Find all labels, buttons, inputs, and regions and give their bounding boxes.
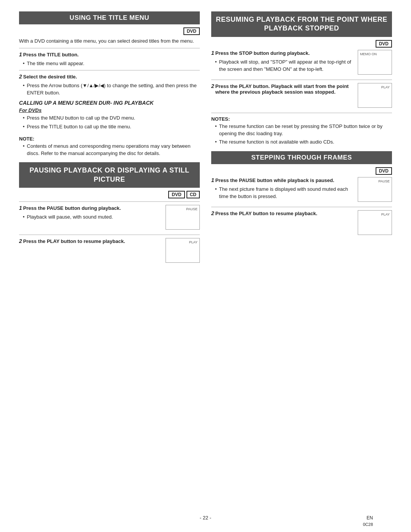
resume-step1-num: 1: [211, 50, 214, 56]
resume-dvd-badge: DVD: [376, 40, 392, 48]
footer-code: 0C28: [363, 522, 373, 527]
page: USING THE TITLE MENU DVD With a DVD cont…: [0, 0, 411, 532]
title-menu-intro: With a DVD containing a title menu, you …: [19, 37, 200, 45]
stepping-step1-bullet: The next picture frame is displayed with…: [215, 186, 354, 200]
stepping-step2-heading: Press the PLAY button to resume playback…: [215, 211, 317, 216]
stepping-step1-heading: Press the PAUSE button while playback is…: [215, 177, 335, 183]
stepping-step1: PAUSE 1 Press the PAUSE button while pla…: [211, 177, 392, 204]
play-screen-label: PLAY: [189, 240, 198, 244]
resuming-playback-header: RESUMING PLAYBACK FROM THE POINT WHERE P…: [211, 11, 392, 37]
calling-bullet-2: Press the TITLE button to call up the ti…: [23, 123, 200, 131]
resume-step1-heading: Press the STOP button during playback.: [215, 50, 310, 56]
pause-step1-heading: Press the PAUSE button during playback.: [23, 205, 121, 211]
pause-screen-box: PAUSE: [166, 205, 200, 230]
pause-step2-heading: Press the PLAY button to resume playback…: [23, 238, 125, 244]
resume-step2-num: 2: [211, 83, 214, 89]
footer-lang: EN: [366, 515, 373, 521]
calling-up-menu-section: CALLING UP A MENU SCREEN DUR- ING PLAYBA…: [19, 100, 200, 131]
resume-notes-section: NOTES: The resume function can be reset …: [211, 116, 392, 146]
stepping-play-label: PLAY: [381, 212, 390, 216]
pause-step1-bullet: Playback will pause, with sound muted.: [23, 214, 162, 221]
left-column: USING THE TITLE MENU DVD With a DVD cont…: [19, 11, 200, 270]
stepping-step2-num: 2: [211, 210, 214, 216]
pause-step2-num: 2: [19, 238, 22, 244]
title-menu-step2: 2 Select the desired title. Press the Ar…: [19, 73, 200, 97]
stepping-frames-section: STEPPING THROUGH FRAMES DVD PAUSE 1 Pres…: [211, 151, 392, 237]
title-menu-step1: 1 Press the TITLE button. The title menu…: [19, 51, 200, 67]
step2-heading: Select the desired title.: [23, 74, 77, 80]
note-heading: NOTE:: [19, 136, 200, 142]
page-number: - 22 -: [200, 515, 211, 521]
dvd-badge: DVD: [183, 27, 200, 35]
right-column: RESUMING PLAYBACK FROM THE POINT WHERE P…: [211, 11, 392, 270]
pause-badge-row: DVD CD: [19, 191, 200, 198]
divider: [19, 70, 200, 70]
resume-step1-bullet: Playback will stop, and "STOP" will appe…: [215, 59, 354, 73]
using-title-menu-header: USING THE TITLE MENU: [19, 11, 200, 24]
using-title-menu-section: USING THE TITLE MENU DVD With a DVD cont…: [19, 11, 200, 157]
resuming-playback-section: RESUMING PLAYBACK FROM THE POINT WHERE P…: [211, 11, 392, 146]
stepping-pause-screen-box: PAUSE: [358, 177, 392, 202]
pause-step1: PAUSE 1 Press the PAUSE button during pl…: [19, 205, 200, 232]
stepping-badge-row: DVD: [211, 167, 392, 175]
calling-bullet-1: Press the MENU button to call up the DVD…: [23, 115, 200, 122]
lang-label: EN: [366, 515, 373, 521]
notes-heading: NOTES:: [211, 116, 392, 122]
note-bullet-1: Contents of menus and corresponding menu…: [23, 143, 200, 157]
stepping-frames-header: STEPPING THROUGH FRAMES: [211, 151, 392, 164]
step2-num: 2: [19, 73, 22, 80]
stepping-step1-num: 1: [211, 177, 214, 183]
dvd-badge-row: DVD: [19, 27, 200, 35]
page-code: 0C28: [363, 522, 373, 527]
pausing-playback-section: PAUSING PLAYBACK OR DISPLAYING A STILL P…: [19, 162, 200, 265]
divider: [211, 113, 392, 113]
step1-heading: Press the TITLE button.: [23, 52, 79, 58]
stepping-dvd-badge: DVD: [376, 167, 392, 175]
two-column-layout: USING THE TITLE MENU DVD With a DVD cont…: [19, 11, 392, 270]
notes-bullet-1: The resume function can be reset by pres…: [215, 123, 392, 137]
play-screen-box: PLAY: [166, 238, 200, 263]
pause-screen-label: PAUSE: [186, 207, 198, 211]
calling-up-heading: CALLING UP A MENU SCREEN DUR- ING PLAYBA…: [19, 100, 200, 106]
divider: [19, 235, 200, 235]
pausing-playback-header: PAUSING PLAYBACK OR DISPLAYING A STILL P…: [19, 162, 200, 188]
for-dvds-heading: For DVDs: [19, 107, 200, 113]
step1-bullet: The title menu will appear.: [23, 60, 200, 67]
stepping-pause-label: PAUSE: [378, 179, 390, 183]
divider: [19, 201, 200, 202]
memo-on-label: MEMO ON: [360, 52, 377, 56]
footer: - 22 -: [0, 515, 411, 521]
divider: [211, 207, 392, 207]
memo-screen-box: MEMO ON: [358, 50, 392, 75]
step2-bullet: Press the Arrow buttons (▼/▲/▶/◀) to cha…: [23, 82, 200, 97]
resume-play-label: PLAY: [381, 85, 390, 89]
resume-badge-row: DVD: [211, 40, 392, 48]
resume-step2: PLAY 2 Press the PLAY button. Playback w…: [211, 83, 392, 110]
stepping-step2: PLAY 2 Press the PLAY button to resume p…: [211, 210, 392, 237]
pause-step1-num: 1: [19, 205, 22, 211]
dvd-badge: DVD: [168, 191, 185, 198]
step1-num: 1: [19, 51, 22, 58]
resume-step1: MEMO ON 1 Press the STOP button during p…: [211, 50, 392, 77]
notes-bullet-2: The resume function is not available wit…: [215, 139, 392, 146]
divider: [19, 48, 200, 48]
resume-step2-heading: Press the PLAY button. Playback will sta…: [215, 83, 354, 95]
stepping-play-screen-box: PLAY: [358, 210, 392, 235]
note-section: NOTE: Contents of menus and correspondin…: [19, 136, 200, 157]
resume-play-screen-box: PLAY: [358, 83, 392, 108]
pause-step2: PLAY 2 Press the PLAY button to resume p…: [19, 238, 200, 265]
cd-badge: CD: [186, 191, 200, 198]
divider: [211, 80, 392, 80]
